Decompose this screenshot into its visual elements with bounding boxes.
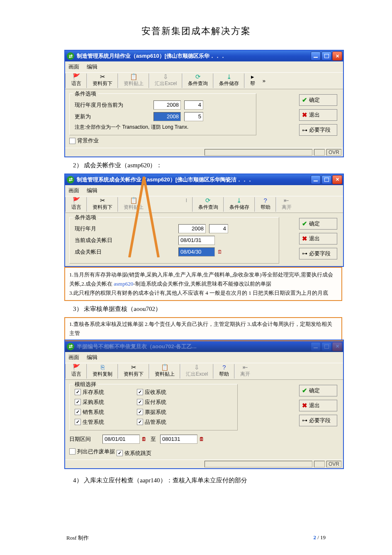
label-current-close-date: 当前成会关帐日 (75, 237, 178, 244)
menu-edit[interactable]: 编辑 (87, 187, 97, 193)
menu-view[interactable]: 画面 (68, 187, 79, 193)
label-update-to: 更新为 (75, 113, 153, 120)
tb-save-cond[interactable]: ⤓条件储存 (214, 73, 244, 89)
maximize-button[interactable] (321, 342, 331, 351)
app-icon: ⇄ (67, 52, 74, 60)
close-button[interactable]: ✕ (332, 51, 342, 61)
field-current-year: 2008 (178, 224, 206, 233)
window-asmp620: ⇄ 制造管理系统成会关帐作业（asmp620）[佛山市顺德区乐华陶瓷洁．．． ✕… (64, 174, 344, 267)
field-new-year[interactable]: 2008 (153, 112, 181, 121)
label-date-range: 日期区间 (69, 435, 102, 443)
toolbar: 🚩语言 ✂资料剪下 📋资料贴上 ⇩汇出Excel ⟳条件查询 ⤓条件储存 ▸帮 … (65, 72, 343, 89)
menu-view[interactable]: 画面 (68, 64, 79, 70)
tb-copy[interactable]: ⎘资料复制 (88, 363, 117, 379)
required-fields-button[interactable]: ⊶必要字段 (299, 248, 337, 259)
cb-background-job[interactable]: 背景作业 (69, 137, 99, 144)
tb-cut[interactable]: ✂资料剪下 (119, 363, 149, 379)
label-date-to: 至 (151, 435, 156, 443)
menu-view[interactable]: 画面 (68, 354, 79, 360)
page-footer: Rosf 制作 2 / 19 (0, 534, 392, 542)
close-button[interactable]: ✕ (332, 175, 342, 184)
maximize-button[interactable] (321, 175, 331, 184)
label-current-ym: 现行年月 (75, 225, 178, 232)
app-icon: ⇄ (67, 176, 74, 183)
field-date-to[interactable]: 080131 (160, 435, 197, 444)
doc-item-3: 3） 未审核单据查核（aoou702） (73, 305, 392, 313)
maximize-button[interactable] (321, 51, 331, 61)
cb-mod-qc[interactable]: ✓品管系统 (137, 418, 199, 426)
note-transaction: 注意:全部作业为一个 Transaction, 谨防 Long Tranx. (75, 124, 251, 131)
field-close-date[interactable]: 08/04/30 (178, 247, 215, 257)
cb-mod-ar[interactable]: ✓应收系统 (137, 389, 199, 396)
window-aoou702: ⇄ 半据编号不相帐不申依复旦衣（aoou702-各工乙... ✕ 画面 编辑 🚩… (64, 340, 344, 469)
tb-leave[interactable]: ⇤离开 (277, 196, 297, 213)
cb-mod-ap[interactable]: ✓应付系统 (137, 399, 199, 406)
cb-mod-mfg[interactable]: ✓生管系统 (75, 418, 137, 426)
window-title: 制造管理系统月结作业（asmp610）[佛山市顺德区乐华．．． (77, 52, 311, 60)
field-new-month[interactable]: 5 (184, 112, 203, 121)
tb-excel-trunc: l (181, 196, 192, 213)
tb-query[interactable]: ⟳条件查询 (193, 196, 223, 213)
field-current-close-date: 08/01/31 (178, 236, 215, 245)
tb-paste[interactable]: 📋资料贴上 (119, 73, 149, 89)
minimize-button[interactable] (311, 175, 321, 184)
label-close-date: 成会关帐日 (75, 248, 178, 256)
tb-help[interactable]: ?帮助 (214, 363, 234, 379)
tb-leave[interactable]: ⇤离开 (235, 363, 255, 379)
cb-mod-inventory[interactable]: ✓库存系统 (75, 389, 137, 396)
tb-save-cond[interactable]: ⤓条件储存 (224, 196, 254, 213)
required-fields-button[interactable]: ⊶必要字段 (299, 415, 337, 426)
tb-help[interactable]: ?帮助 (256, 196, 275, 213)
app-icon: ⇄ (67, 343, 74, 350)
menubar: 画面 编辑 (65, 61, 343, 72)
required-fields-button[interactable]: ⊶必要字段 (299, 124, 337, 136)
field-current-month: 4 (184, 100, 203, 110)
window-title: 制造管理系统成会关帐作业（asmp620）[佛山市顺德区乐华陶瓷洁．．． (77, 176, 311, 183)
calendar-icon[interactable]: 🗓 (141, 436, 146, 442)
cb-show-void[interactable]: 列出已作废单据 (69, 448, 115, 455)
tb-cut[interactable]: ✂资料剪下 (88, 196, 117, 213)
exit-button[interactable]: ✖退出 (299, 400, 337, 411)
toolbar-overflow[interactable]: » (260, 73, 268, 89)
footer-page: 2 / 19 (313, 534, 326, 542)
tb-cut[interactable]: ✂资料剪下 (88, 73, 117, 89)
field-current-month: 4 (209, 224, 228, 233)
ok-button[interactable]: ✔确定 (299, 218, 337, 230)
tb-paste[interactable]: 📋资料贴上 (119, 196, 149, 213)
close-button[interactable]: ✕ (332, 342, 342, 351)
tb-export-excel[interactable]: ⇩汇出Excel (181, 363, 213, 379)
callout-asmp620-notes: 1.当月所有库存异动单据(销货单,采购入库单,生产入库单,生产领料单,,杂收杂发… (64, 267, 342, 301)
minimize-button[interactable] (311, 342, 321, 351)
group-legend: 条件选项 (73, 214, 98, 221)
exit-button[interactable]: ✖退出 (299, 233, 337, 244)
menu-edit[interactable]: 编辑 (87, 354, 97, 360)
cb-page-by-system[interactable]: ✓依系统跳页 (117, 450, 151, 457)
statusbar: OVR (65, 148, 343, 156)
window-asmp610: ⇄ 制造管理系统月结作业（asmp610）[佛山市顺德区乐华．．． ✕ 画面 编… (64, 50, 344, 157)
tb-language[interactable]: 🚩语言 (66, 73, 86, 89)
cb-mod-note[interactable]: ✓票据系统 (137, 408, 199, 416)
tb-language[interactable]: 🚩语言 (66, 196, 86, 213)
statusbar: OVR (65, 460, 343, 468)
tb-help-trunc[interactable]: ▸帮 (245, 73, 260, 89)
menu-edit[interactable]: 编辑 (87, 64, 97, 70)
ok-button[interactable]: ✔确定 (299, 94, 337, 106)
calendar-icon[interactable]: 🗓 (199, 436, 204, 442)
tb-paste[interactable]: 📋资料贴上 (150, 363, 180, 379)
tb-query[interactable]: ⟳条件查询 (183, 73, 213, 89)
group-legend: 条件选项 (73, 90, 98, 98)
doc-item-4: 4） 入库未立应付检查（aapr140）：查核入库单未立应付的部分 (73, 477, 392, 484)
page-title: 安普新集团成本解决方案 (0, 25, 392, 37)
cb-mod-so[interactable]: ✓销售系统 (75, 408, 137, 416)
calendar-icon[interactable]: 🗓 (217, 249, 222, 255)
tb-language[interactable]: 🚩语言 (66, 363, 86, 379)
field-date-from[interactable]: 08/01/01 (102, 435, 140, 444)
cb-mod-po[interactable]: ✓采购系统 (75, 399, 137, 406)
minimize-button[interactable] (311, 51, 321, 61)
footer-author: Rosf 制作 (66, 534, 89, 542)
group-legend: 模组选择 (73, 381, 98, 388)
ok-button[interactable]: ✔确定 (299, 385, 337, 396)
exit-button[interactable]: ✖退出 (299, 109, 337, 121)
window-title-obscured: 半据编号不相帐不申依复旦衣（aoou702-各工乙... (77, 343, 311, 350)
tb-export-excel[interactable]: ⇩汇出Excel (150, 73, 182, 89)
